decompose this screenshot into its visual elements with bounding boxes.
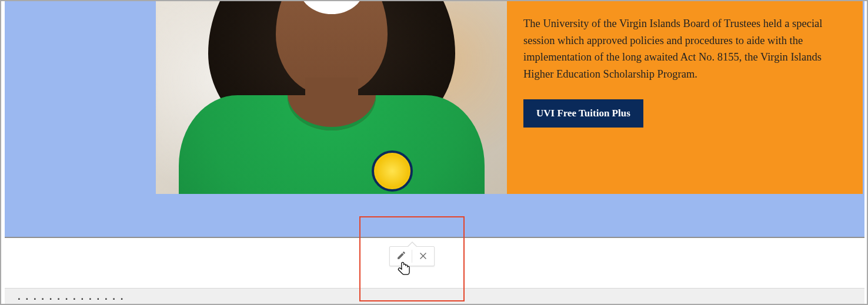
photo-badge <box>372 150 413 192</box>
bottom-band: . . . . . . . . . . . . . . <box>5 288 864 304</box>
hero-card: The University of the Virgin Islands Boa… <box>156 1 863 194</box>
close-button[interactable] <box>412 247 433 266</box>
hero-body-text: The University of the Virgin Islands Boa… <box>523 15 846 83</box>
pencil-icon <box>396 250 406 262</box>
close-icon <box>418 250 428 262</box>
hero-text-panel: The University of the Virgin Islands Boa… <box>507 1 863 194</box>
hero-photo <box>156 1 507 194</box>
photo-smile <box>299 1 364 14</box>
cta-button[interactable]: UVI Free Tuition Plus <box>523 99 643 128</box>
edit-button[interactable] <box>390 247 412 266</box>
viewport-frame: The University of the Virgin Islands Boa… <box>0 0 868 305</box>
white-strip <box>5 238 864 288</box>
bottom-partial-text: . . . . . . . . . . . . . . <box>18 291 125 303</box>
edit-popover <box>389 246 435 266</box>
